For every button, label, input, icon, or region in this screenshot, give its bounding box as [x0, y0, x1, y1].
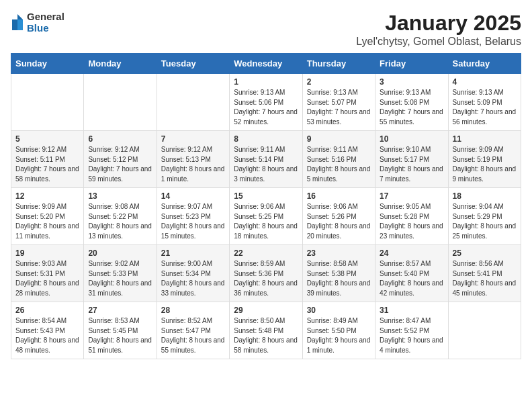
calendar-week-row: 5Sunrise: 9:12 AM Sunset: 5:11 PM Daylig…	[11, 131, 521, 188]
day-info: Sunrise: 8:58 AM Sunset: 5:38 PM Dayligh…	[307, 259, 371, 298]
day-info: Sunrise: 9:02 AM Sunset: 5:33 PM Dayligh…	[88, 259, 152, 298]
calendar-week-row: 12Sunrise: 9:09 AM Sunset: 5:20 PM Dayli…	[11, 188, 521, 245]
calendar-cell: 29Sunrise: 8:50 AM Sunset: 5:48 PM Dayli…	[230, 302, 302, 359]
day-info: Sunrise: 9:10 AM Sunset: 5:17 PM Dayligh…	[380, 145, 443, 184]
calendar-cell: 4Sunrise: 9:13 AM Sunset: 5:09 PM Daylig…	[448, 74, 521, 131]
weekday-header: Thursday	[302, 54, 375, 74]
calendar-cell: 6Sunrise: 9:12 AM Sunset: 5:12 PM Daylig…	[84, 131, 157, 188]
day-number: 4	[453, 77, 517, 87]
calendar-cell: 11Sunrise: 9:09 AM Sunset: 5:19 PM Dayli…	[448, 131, 521, 188]
day-number: 29	[234, 306, 298, 315]
calendar-cell: 25Sunrise: 8:56 AM Sunset: 5:41 PM Dayli…	[448, 245, 521, 302]
day-info: Sunrise: 9:13 AM Sunset: 5:09 PM Dayligh…	[453, 88, 517, 127]
day-number: 24	[380, 248, 443, 258]
day-number: 15	[234, 191, 298, 201]
calendar-cell: 23Sunrise: 8:58 AM Sunset: 5:38 PM Dayli…	[302, 245, 375, 302]
calendar-cell: 7Sunrise: 9:12 AM Sunset: 5:13 PM Daylig…	[157, 131, 229, 188]
day-number: 14	[161, 191, 225, 201]
title-area: January 2025 Lyel'chytsy, Gomel Oblast, …	[356, 11, 521, 48]
day-info: Sunrise: 9:11 AM Sunset: 5:16 PM Dayligh…	[307, 145, 371, 184]
calendar-cell: 15Sunrise: 9:06 AM Sunset: 5:25 PM Dayli…	[230, 188, 302, 245]
logo-text: General Blue	[27, 11, 64, 34]
weekday-header: Friday	[375, 54, 448, 74]
calendar-cell: 22Sunrise: 8:59 AM Sunset: 5:36 PM Dayli…	[230, 245, 302, 302]
calendar-cell: 8Sunrise: 9:11 AM Sunset: 5:14 PM Daylig…	[230, 131, 302, 188]
day-number: 25	[453, 248, 517, 258]
calendar-cell: 13Sunrise: 9:08 AM Sunset: 5:22 PM Dayli…	[84, 188, 157, 245]
calendar-week-row: 1Sunrise: 9:13 AM Sunset: 5:06 PM Daylig…	[11, 74, 521, 131]
calendar-week-row: 19Sunrise: 9:03 AM Sunset: 5:31 PM Dayli…	[11, 245, 521, 302]
logo-icon	[11, 13, 24, 32]
weekday-header: Monday	[84, 54, 157, 74]
calendar-cell: 16Sunrise: 9:06 AM Sunset: 5:26 PM Dayli…	[302, 188, 375, 245]
svg-marker-2	[12, 19, 17, 30]
day-info: Sunrise: 9:06 AM Sunset: 5:25 PM Dayligh…	[234, 202, 298, 241]
weekday-header: Sunday	[11, 54, 84, 74]
calendar-cell: 17Sunrise: 9:05 AM Sunset: 5:28 PM Dayli…	[375, 188, 448, 245]
svg-marker-0	[17, 14, 23, 19]
calendar-cell: 27Sunrise: 8:53 AM Sunset: 5:45 PM Dayli…	[84, 302, 157, 359]
day-info: Sunrise: 8:52 AM Sunset: 5:47 PM Dayligh…	[161, 316, 225, 355]
calendar: SundayMondayTuesdayWednesdayThursdayFrid…	[11, 53, 521, 359]
day-number: 6	[88, 134, 152, 144]
day-info: Sunrise: 8:54 AM Sunset: 5:43 PM Dayligh…	[15, 316, 79, 355]
logo-line2: Blue	[27, 22, 64, 34]
calendar-cell: 12Sunrise: 9:09 AM Sunset: 5:20 PM Dayli…	[11, 188, 84, 245]
calendar-week-row: 26Sunrise: 8:54 AM Sunset: 5:43 PM Dayli…	[11, 302, 521, 359]
calendar-cell: 28Sunrise: 8:52 AM Sunset: 5:47 PM Dayli…	[157, 302, 229, 359]
day-info: Sunrise: 9:06 AM Sunset: 5:26 PM Dayligh…	[307, 202, 371, 241]
weekday-header: Saturday	[448, 54, 521, 74]
day-info: Sunrise: 9:13 AM Sunset: 5:07 PM Dayligh…	[307, 88, 371, 127]
day-info: Sunrise: 8:49 AM Sunset: 5:50 PM Dayligh…	[307, 316, 371, 355]
calendar-cell: 1Sunrise: 9:13 AM Sunset: 5:06 PM Daylig…	[230, 74, 302, 131]
calendar-cell	[448, 302, 521, 359]
day-number: 20	[88, 248, 152, 258]
day-number: 21	[161, 248, 225, 258]
day-number: 28	[161, 306, 225, 315]
day-number: 27	[88, 306, 152, 315]
day-number: 19	[15, 248, 79, 258]
weekday-header: Tuesday	[157, 54, 229, 74]
page-title: January 2025	[356, 11, 521, 36]
calendar-cell: 30Sunrise: 8:49 AM Sunset: 5:50 PM Dayli…	[302, 302, 375, 359]
day-info: Sunrise: 9:12 AM Sunset: 5:12 PM Dayligh…	[88, 145, 152, 184]
day-info: Sunrise: 8:57 AM Sunset: 5:40 PM Dayligh…	[380, 259, 443, 298]
day-info: Sunrise: 9:03 AM Sunset: 5:31 PM Dayligh…	[15, 259, 79, 298]
day-info: Sunrise: 9:09 AM Sunset: 5:20 PM Dayligh…	[15, 202, 79, 241]
day-number: 8	[234, 134, 298, 144]
calendar-cell	[157, 74, 229, 131]
calendar-cell: 24Sunrise: 8:57 AM Sunset: 5:40 PM Dayli…	[375, 245, 448, 302]
page-subtitle: Lyel'chytsy, Gomel Oblast, Belarus	[356, 36, 521, 48]
day-number: 22	[234, 248, 298, 258]
day-info: Sunrise: 9:13 AM Sunset: 5:08 PM Dayligh…	[380, 88, 443, 127]
day-number: 18	[453, 191, 517, 201]
weekday-header-row: SundayMondayTuesdayWednesdayThursdayFrid…	[11, 54, 521, 74]
day-info: Sunrise: 9:12 AM Sunset: 5:11 PM Dayligh…	[15, 145, 79, 184]
calendar-cell: 5Sunrise: 9:12 AM Sunset: 5:11 PM Daylig…	[11, 131, 84, 188]
day-info: Sunrise: 8:50 AM Sunset: 5:48 PM Dayligh…	[234, 316, 298, 355]
calendar-cell: 2Sunrise: 9:13 AM Sunset: 5:07 PM Daylig…	[302, 74, 375, 131]
day-number: 23	[307, 248, 371, 258]
day-number: 2	[307, 77, 371, 87]
day-number: 16	[307, 191, 371, 201]
day-number: 26	[15, 306, 79, 315]
day-info: Sunrise: 8:47 AM Sunset: 5:52 PM Dayligh…	[380, 316, 443, 355]
calendar-cell	[11, 74, 84, 131]
calendar-cell: 21Sunrise: 9:00 AM Sunset: 5:34 PM Dayli…	[157, 245, 229, 302]
calendar-cell	[84, 74, 157, 131]
day-number: 3	[380, 77, 443, 87]
day-number: 9	[307, 134, 371, 144]
day-info: Sunrise: 8:59 AM Sunset: 5:36 PM Dayligh…	[234, 259, 298, 298]
weekday-header: Wednesday	[230, 54, 302, 74]
day-number: 5	[15, 134, 79, 144]
logo: General Blue	[11, 11, 64, 34]
header: General Blue January 2025 Lyel'chytsy, G…	[11, 11, 521, 48]
calendar-cell: 26Sunrise: 8:54 AM Sunset: 5:43 PM Dayli…	[11, 302, 84, 359]
day-number: 10	[380, 134, 443, 144]
day-info: Sunrise: 9:09 AM Sunset: 5:19 PM Dayligh…	[453, 145, 517, 184]
day-info: Sunrise: 8:56 AM Sunset: 5:41 PM Dayligh…	[453, 259, 517, 298]
day-number: 12	[15, 191, 79, 201]
day-info: Sunrise: 9:07 AM Sunset: 5:23 PM Dayligh…	[161, 202, 225, 241]
day-info: Sunrise: 8:53 AM Sunset: 5:45 PM Dayligh…	[88, 316, 152, 355]
day-info: Sunrise: 9:11 AM Sunset: 5:14 PM Dayligh…	[234, 145, 298, 184]
